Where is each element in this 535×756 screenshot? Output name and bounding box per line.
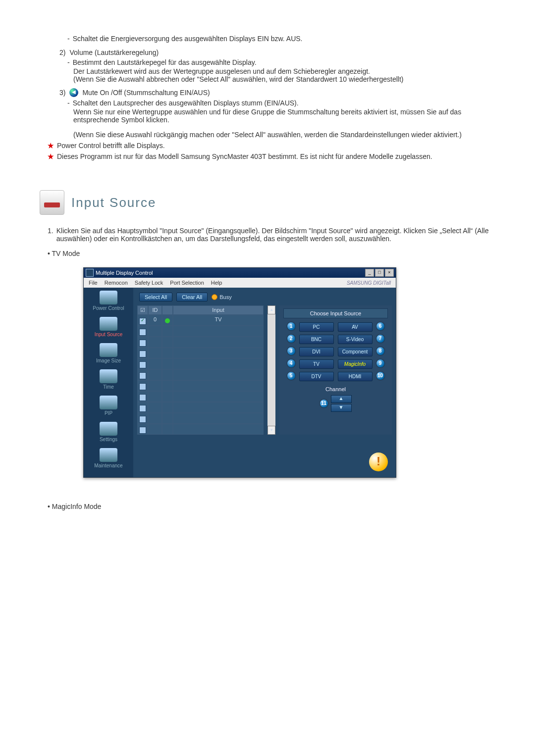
note-power: ★ Power Control betrifft alle Displays.	[48, 142, 495, 150]
callout-8: 8	[376, 347, 384, 355]
row-checkbox[interactable]	[139, 427, 146, 434]
menu-port-selection[interactable]: Port Selection	[170, 280, 204, 286]
scroll-down-button[interactable]: ▾	[268, 426, 275, 435]
busy-icon	[212, 294, 217, 300]
callout-6: 6	[376, 322, 384, 330]
row-checkbox[interactable]	[139, 372, 146, 379]
callout-11: 11	[320, 400, 328, 407]
bullet-tv-mode: TV Mode	[48, 250, 495, 257]
table-row[interactable]	[137, 424, 264, 435]
sidebar-item-label: Maintenance	[85, 463, 132, 468]
main-panel: Select All Clear All Busy ☑ ID Input 0TV	[133, 288, 396, 477]
power-off-text: Schaltet die Energieversorgung des ausge…	[73, 35, 303, 43]
sidebar-item-maintenance[interactable]: Maintenance	[84, 445, 133, 471]
sidebar-item-image-size[interactable]: Image Size	[84, 340, 133, 366]
row-checkbox[interactable]	[139, 416, 146, 423]
sidebar-item-label: Input Source	[85, 332, 132, 337]
close-button[interactable]: ×	[385, 269, 394, 277]
app-title: Multiple Display Control	[96, 270, 153, 276]
row-checkbox[interactable]	[139, 361, 146, 368]
source-dvi[interactable]: DVI	[299, 347, 334, 356]
row-checkbox[interactable]	[139, 394, 146, 401]
item-volume-title: Volume (Lautstärkeregelung)	[69, 49, 159, 56]
source-magicinfo[interactable]: MagicInfo	[338, 359, 373, 369]
section-title: Input Source	[71, 195, 156, 210]
sidebar-icon	[100, 317, 117, 331]
maximize-button[interactable]: □	[375, 269, 384, 277]
menu-file[interactable]: File	[89, 280, 98, 286]
table-row[interactable]	[137, 380, 264, 391]
source-s-video[interactable]: S-Video	[338, 335, 373, 344]
menubar: File Remocon Safety Lock Port Selection …	[84, 278, 396, 288]
sidebar-item-label: Power Control	[85, 305, 132, 311]
sidebar-icon	[100, 369, 117, 383]
channel-up-button[interactable]: ▲	[331, 395, 352, 403]
menu-remocon[interactable]: Remocon	[105, 280, 128, 286]
callout-2: 2	[287, 335, 295, 343]
source-hdmi[interactable]: HDMI	[338, 372, 373, 381]
samsung-logo: SAMSUNG DIGITall	[347, 280, 391, 286]
table-row[interactable]	[137, 391, 264, 402]
source-tv[interactable]: TV	[299, 359, 334, 369]
star-icon: ★	[48, 142, 54, 150]
item-mute-title: Mute On /Off (Stummschaltung EIN/AUS)	[82, 89, 210, 97]
channel-label: Channel	[287, 386, 384, 392]
busy-indicator: Busy	[212, 294, 231, 300]
callout-5: 5	[287, 372, 295, 380]
callout-10: 10	[376, 372, 384, 380]
channel-down-button[interactable]: ▼	[331, 404, 352, 412]
source-panel: Choose Input Source 1PCAV62BNCS-Video73D…	[279, 305, 392, 435]
source-av[interactable]: AV	[338, 322, 373, 332]
sidebar-item-power-control[interactable]: Power Control	[84, 288, 133, 314]
item-volume: 2) Volume (Lautstärkeregelung)	[59, 49, 495, 56]
col-check[interactable]: ☑	[137, 305, 148, 315]
table-row[interactable]	[137, 348, 264, 358]
panel-title: Choose Input Source	[283, 308, 388, 318]
bullet-magicinfo-mode: MagicInfo Mode	[48, 503, 495, 510]
sidebar-item-pip[interactable]: PIP	[84, 393, 133, 419]
menu-help[interactable]: Help	[211, 280, 222, 286]
star-icon: ★	[48, 152, 54, 160]
row-checkbox[interactable]	[139, 351, 146, 357]
sidebar-icon	[100, 291, 117, 304]
menu-safety-lock[interactable]: Safety Lock	[135, 280, 163, 286]
scroll-up-button[interactable]: ▴	[268, 305, 275, 314]
row-checkbox[interactable]	[139, 340, 146, 347]
row-checkbox[interactable]	[139, 318, 146, 325]
source-bnc[interactable]: BNC	[299, 335, 334, 344]
select-all-button[interactable]: Select All	[139, 293, 172, 302]
item-mute: 3) Mute On /Off (Stummschaltung EIN/AUS)	[59, 88, 495, 97]
row-checkbox[interactable]	[139, 329, 146, 336]
sidebar-item-label: Settings	[85, 437, 132, 442]
sidebar-item-time[interactable]: Time	[84, 366, 133, 393]
section-input-source: Input Source	[40, 190, 495, 215]
minimize-button[interactable]: _	[365, 269, 374, 277]
col-input: Input	[173, 305, 264, 315]
sidebar-icon	[100, 448, 117, 462]
col-id: ID	[148, 305, 162, 315]
table-row[interactable]	[137, 326, 264, 337]
clear-all-button[interactable]: Clear All	[176, 293, 208, 302]
table-row[interactable]	[137, 402, 264, 413]
table-row[interactable]	[137, 337, 264, 348]
col-status	[162, 305, 173, 315]
source-component[interactable]: Component	[338, 347, 373, 356]
display-table: ☑ ID Input 0TV	[137, 305, 264, 435]
sidebar: Power ControlInput SourceImage SizeTimeP…	[84, 288, 133, 477]
table-row[interactable]	[137, 413, 264, 424]
sidebar-item-input-source[interactable]: Input Source	[84, 314, 133, 340]
row-checkbox[interactable]	[139, 383, 146, 390]
table-scrollbar[interactable]: ▴ ▾	[268, 305, 275, 435]
row-checkbox[interactable]	[139, 405, 146, 412]
source-dtv[interactable]: DTV	[299, 372, 334, 381]
callout-3: 3	[287, 347, 295, 355]
source-pc[interactable]: PC	[299, 322, 334, 332]
callout-7: 7	[376, 335, 384, 343]
info-icon[interactable]	[369, 453, 388, 471]
table-row[interactable]: 0TV	[137, 315, 264, 326]
sidebar-icon	[100, 422, 117, 436]
sidebar-item-label: Time	[85, 384, 132, 390]
table-row[interactable]	[137, 369, 264, 380]
sidebar-item-settings[interactable]: Settings	[84, 419, 133, 445]
table-row[interactable]	[137, 358, 264, 369]
